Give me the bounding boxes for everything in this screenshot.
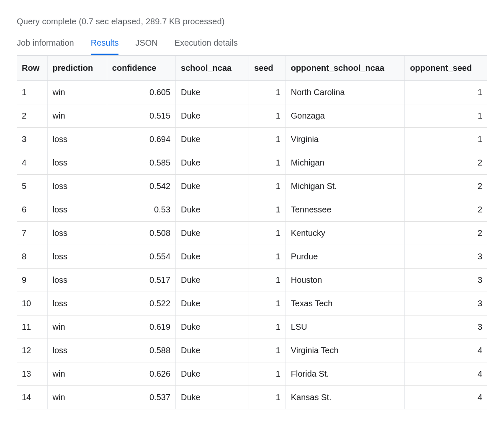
cell-school-ncaa: Duke: [176, 315, 249, 339]
cell-confidence: 0.605: [107, 81, 175, 104]
cell-seed: 1: [249, 245, 286, 269]
cell-prediction: win: [47, 81, 107, 104]
cell-opponent-seed: 1: [405, 128, 487, 151]
cell-opponent-school-ncaa: Kansas St.: [285, 386, 405, 409]
cell-seed: 1: [249, 175, 286, 198]
cell-opponent-school-ncaa: Texas Tech: [285, 292, 405, 315]
cell-opponent-seed: 1: [405, 81, 487, 104]
cell-opponent-seed: 4: [405, 339, 487, 362]
cell-opponent-school-ncaa: Purdue: [285, 245, 405, 269]
cell-confidence: 0.515: [107, 104, 175, 128]
cell-confidence: 0.517: [107, 269, 175, 292]
cell-confidence: 0.619: [107, 315, 175, 339]
cell-seed: 1: [249, 151, 286, 175]
cell-seed: 1: [249, 222, 286, 245]
tab-results[interactable]: Results: [91, 38, 119, 55]
cell-opponent-seed: 4: [405, 362, 487, 386]
cell-row: 13: [17, 362, 47, 386]
table-row: 12loss0.588Duke1Virginia Tech4: [17, 339, 487, 362]
tab-execution-details[interactable]: Execution details: [175, 38, 238, 55]
cell-row: 4: [17, 151, 47, 175]
cell-prediction: loss: [47, 339, 107, 362]
cell-school-ncaa: Duke: [176, 339, 249, 362]
cell-confidence: 0.585: [107, 151, 175, 175]
cell-prediction: loss: [47, 292, 107, 315]
cell-school-ncaa: Duke: [176, 175, 249, 198]
table-row: 7loss0.508Duke1Kentucky2: [17, 222, 487, 245]
cell-prediction: loss: [47, 198, 107, 222]
cell-row: 12: [17, 339, 47, 362]
cell-seed: 1: [249, 292, 286, 315]
cell-prediction: win: [47, 104, 107, 128]
table-row: 10loss0.522Duke1Texas Tech3: [17, 292, 487, 315]
cell-confidence: 0.508: [107, 222, 175, 245]
cell-prediction: loss: [47, 128, 107, 151]
cell-prediction: loss: [47, 151, 107, 175]
cell-seed: 1: [249, 362, 286, 386]
col-header-opponent-seed: opponent_seed: [405, 56, 487, 81]
cell-opponent-seed: 3: [405, 245, 487, 269]
col-header-seed: seed: [249, 56, 286, 81]
cell-confidence: 0.537: [107, 386, 175, 409]
cell-seed: 1: [249, 104, 286, 128]
cell-opponent-seed: 2: [405, 175, 487, 198]
cell-confidence: 0.554: [107, 245, 175, 269]
cell-confidence: 0.694: [107, 128, 175, 151]
tab-job-information[interactable]: Job information: [17, 38, 74, 55]
cell-opponent-seed: 3: [405, 269, 487, 292]
cell-row: 8: [17, 245, 47, 269]
cell-opponent-seed: 1: [405, 104, 487, 128]
table-header-row: Row prediction confidence school_ncaa se…: [17, 56, 487, 81]
cell-row: 7: [17, 222, 47, 245]
table-row: 9loss0.517Duke1Houston3: [17, 269, 487, 292]
cell-opponent-seed: 3: [405, 292, 487, 315]
cell-seed: 1: [249, 339, 286, 362]
col-header-opponent-school-ncaa: opponent_school_ncaa: [285, 56, 405, 81]
table-row: 14win0.537Duke1Kansas St.4: [17, 386, 487, 409]
cell-seed: 1: [249, 128, 286, 151]
cell-confidence: 0.626: [107, 362, 175, 386]
results-table: Row prediction confidence school_ncaa se…: [17, 56, 487, 409]
cell-school-ncaa: Duke: [176, 104, 249, 128]
cell-confidence: 0.588: [107, 339, 175, 362]
cell-school-ncaa: Duke: [176, 151, 249, 175]
cell-seed: 1: [249, 386, 286, 409]
cell-opponent-school-ncaa: Virginia Tech: [285, 339, 405, 362]
cell-opponent-seed: 2: [405, 222, 487, 245]
cell-opponent-school-ncaa: Tennessee: [285, 198, 405, 222]
cell-opponent-school-ncaa: Virginia: [285, 128, 405, 151]
cell-opponent-school-ncaa: Gonzaga: [285, 104, 405, 128]
table-body: 1win0.605Duke1North Carolina12win0.515Du…: [17, 81, 487, 409]
cell-seed: 1: [249, 315, 286, 339]
cell-school-ncaa: Duke: [176, 292, 249, 315]
cell-prediction: win: [47, 315, 107, 339]
tab-json[interactable]: JSON: [135, 38, 157, 55]
cell-opponent-school-ncaa: Michigan: [285, 151, 405, 175]
cell-school-ncaa: Duke: [176, 222, 249, 245]
cell-seed: 1: [249, 198, 286, 222]
results-tabs: Job information Results JSON Execution d…: [17, 38, 487, 55]
cell-prediction: win: [47, 362, 107, 386]
cell-school-ncaa: Duke: [176, 128, 249, 151]
cell-school-ncaa: Duke: [176, 198, 249, 222]
table-row: 1win0.605Duke1North Carolina1: [17, 81, 487, 104]
cell-seed: 1: [249, 269, 286, 292]
cell-opponent-seed: 2: [405, 151, 487, 175]
table-row: 11win0.619Duke1LSU3: [17, 315, 487, 339]
cell-opponent-school-ncaa: Houston: [285, 269, 405, 292]
cell-confidence: 0.522: [107, 292, 175, 315]
cell-row: 1: [17, 81, 47, 104]
col-header-confidence: confidence: [107, 56, 175, 81]
table-row: 8loss0.554Duke1Purdue3: [17, 245, 487, 269]
cell-row: 3: [17, 128, 47, 151]
cell-opponent-school-ncaa: LSU: [285, 315, 405, 339]
table-row: 4loss0.585Duke1Michigan2: [17, 151, 487, 175]
cell-row: 6: [17, 198, 47, 222]
col-header-row: Row: [17, 56, 47, 81]
cell-prediction: loss: [47, 269, 107, 292]
table-row: 2win0.515Duke1Gonzaga1: [17, 104, 487, 128]
cell-prediction: loss: [47, 222, 107, 245]
cell-row: 9: [17, 269, 47, 292]
cell-opponent-seed: 2: [405, 198, 487, 222]
cell-school-ncaa: Duke: [176, 362, 249, 386]
